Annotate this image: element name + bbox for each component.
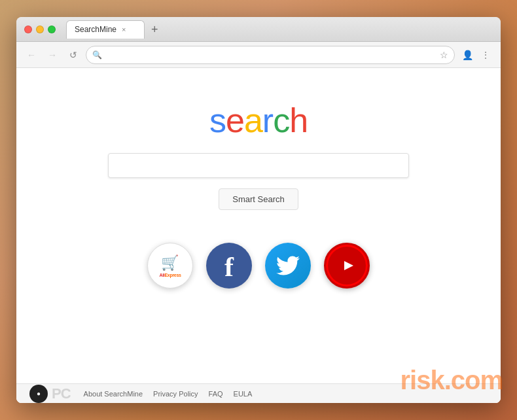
url-bar-wrapper: 🔍 ☆ <box>86 46 455 64</box>
minimize-button[interactable] <box>36 26 44 33</box>
nav-bar: ← → ↺ 🔍 ☆ 👤 ⋮ <box>16 42 501 68</box>
pclogo-text: ● <box>37 390 41 397</box>
logo-letter-h: h <box>289 101 308 139</box>
search-box-wrapper <box>108 153 409 178</box>
url-search-icon: 🔍 <box>92 50 102 60</box>
page-content: search Smart Search 🛒 AliExpress f <box>16 68 501 403</box>
about-link[interactable]: About SearchMine <box>84 390 143 398</box>
menu-icon: ⋮ <box>481 50 490 60</box>
youtube-icon[interactable] <box>324 243 370 289</box>
bookmark-icon[interactable]: ☆ <box>440 50 448 60</box>
aliexpress-icon[interactable]: 🛒 AliExpress <box>147 243 193 289</box>
forward-button[interactable]: → <box>44 46 61 63</box>
title-bar: SearchMine × + <box>16 17 501 42</box>
eula-link[interactable]: EULA <box>234 390 253 398</box>
logo-letter-c: c <box>273 101 289 139</box>
reload-icon: ↺ <box>69 50 77 60</box>
new-tab-button[interactable]: + <box>147 22 162 37</box>
facebook-letter: f <box>224 253 234 281</box>
search-logo: search <box>209 101 308 140</box>
back-icon: ← <box>27 50 36 60</box>
facebook-icon[interactable]: f <box>206 243 252 289</box>
back-button[interactable]: ← <box>23 46 40 63</box>
aliexpress-label: AliExpress <box>159 273 181 277</box>
tab-label: SearchMine <box>75 25 116 34</box>
forward-icon: → <box>48 50 57 60</box>
faq-link[interactable]: FAQ <box>209 390 223 398</box>
footer-links: About SearchMine Privacy Policy FAQ EULA <box>84 390 253 398</box>
reload-button[interactable]: ↺ <box>65 46 82 63</box>
pcrisk-watermark: PC <box>52 385 71 402</box>
traffic-lights <box>24 26 56 33</box>
aliexpress-cart-icon: 🛒 <box>161 254 179 271</box>
menu-button[interactable]: ⋮ <box>477 46 494 63</box>
profile-icon: 👤 <box>462 50 473 60</box>
url-input[interactable] <box>86 46 455 64</box>
twitter-icon[interactable] <box>265 243 311 289</box>
search-input[interactable] <box>108 153 409 178</box>
aliexpress-inner: 🛒 AliExpress <box>159 254 181 277</box>
active-tab[interactable]: SearchMine × <box>66 20 145 39</box>
page-footer: ● PC About SearchMine Privacy Policy FAQ… <box>16 383 501 403</box>
smart-search-button[interactable]: Smart Search <box>219 188 298 210</box>
youtube-play-icon <box>336 258 357 273</box>
pclogo-circle: ● <box>29 385 48 403</box>
logo-letter-a: a <box>244 101 262 139</box>
pclogo-area: ● PC <box>29 385 71 403</box>
profile-button[interactable]: 👤 <box>459 46 476 63</box>
logo-letter-r: r <box>262 101 273 139</box>
logo-letter-s: s <box>209 101 226 139</box>
twitter-bird-icon <box>276 256 300 275</box>
logo-letter-e: e <box>226 101 244 139</box>
privacy-link[interactable]: Privacy Policy <box>153 390 198 398</box>
close-button[interactable] <box>24 26 32 33</box>
maximize-button[interactable] <box>48 26 56 33</box>
tab-area: SearchMine × + <box>66 20 493 39</box>
tab-close-icon[interactable]: × <box>122 26 126 33</box>
nav-right-icons: 👤 ⋮ <box>459 46 494 63</box>
browser-window: SearchMine × + ← → ↺ 🔍 ☆ 👤 ⋮ <box>16 17 501 403</box>
social-icons-row: 🛒 AliExpress f <box>147 243 370 289</box>
